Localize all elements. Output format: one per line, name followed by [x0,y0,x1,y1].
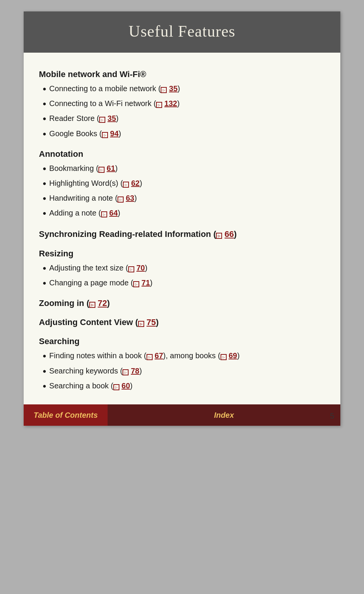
page-link-60[interactable]: 60 [122,380,130,391]
page: Useful Features Mobile network and Wi-Fi… [24,11,340,426]
section-title-resizing: Resizing [39,249,325,259]
link-icon[interactable] [147,354,153,360]
list-item: Finding notes within a book ( 67), among… [43,350,325,362]
link-icon[interactable] [156,102,162,108]
page-link-71[interactable]: 71 [142,277,150,288]
page-link-66[interactable]: 66 [225,229,234,240]
page-link-70[interactable]: 70 [136,262,145,273]
link-icon[interactable] [122,369,129,375]
section-searching: Searching Finding notes within a book ( … [39,336,325,392]
list-item: Highlighting Word(s) ( 62) [43,178,325,190]
section-adjusting-content: Adjusting Content View ( 75) [39,317,325,327]
list-item: Reader Store ( 35) [43,113,325,125]
table-of-contents-button[interactable]: Table of Contents [24,404,108,426]
page-link-61[interactable]: 61 [107,163,115,174]
link-icon[interactable] [161,87,167,93]
section-zooming: Zooming in ( 72) [39,298,325,308]
link-icon[interactable] [113,384,119,390]
list-item: Google Books ( 94) [43,128,325,140]
page-link-94[interactable]: 94 [110,128,119,139]
page-link-63[interactable]: 63 [126,193,134,203]
page-link-78[interactable]: 78 [131,365,139,376]
section-synchronizing: Synchronizing Reading-related Informatio… [39,229,325,240]
link-icon[interactable] [102,132,108,138]
page-link-35a[interactable]: 35 [169,83,177,94]
index-label: Index [214,411,234,420]
toc-label: Table of Contents [34,411,98,420]
link-icon[interactable] [99,117,105,123]
section-title-mobile: Mobile network and Wi-Fi® [39,69,325,79]
link-icon[interactable] [138,321,144,327]
list-item: Searching a book ( 60) [43,380,325,392]
section-mobile-network: Mobile network and Wi-Fi® Connecting to … [39,69,325,140]
page-link-72[interactable]: 72 [98,298,107,308]
list-item: Adding a note ( 64) [43,208,325,219]
page-link-132[interactable]: 132 [164,98,177,109]
link-icon[interactable] [123,182,129,188]
section-resizing: Resizing Adjusting the text size ( 70) C… [39,249,325,289]
resizing-list: Adjusting the text size ( 70) Changing a… [43,262,325,289]
list-item: Bookmarking ( 61) [43,163,325,175]
page-number: 5 [330,412,334,420]
page-link-69[interactable]: 69 [229,350,237,361]
index-button[interactable]: Index [108,404,340,426]
page-link-62[interactable]: 62 [131,178,140,188]
link-icon[interactable] [133,281,139,287]
mobile-network-list: Connecting to a mobile network ( 35) Con… [43,83,325,140]
section-title-synchronizing: Synchronizing Reading-related Informatio… [39,229,325,240]
content-area: Mobile network and Wi-Fi® Connecting to … [24,53,340,426]
list-item: Connecting to a Wi-Fi network ( 132) [43,98,325,110]
list-item: Searching keywords ( 78) [43,365,325,377]
link-icon[interactable] [221,354,227,360]
link-icon[interactable] [118,196,124,203]
section-annotation: Annotation Bookmarking ( 61) Highlightin… [39,149,325,220]
page-link-35b[interactable]: 35 [108,113,116,124]
list-item: Connecting to a mobile network ( 35) [43,83,325,95]
list-item: Changing a page mode ( 71) [43,277,325,289]
searching-list: Finding notes within a book ( 67), among… [43,350,325,392]
link-icon[interactable] [216,233,222,239]
list-item: Adjusting the text size ( 70) [43,262,325,274]
link-icon[interactable] [98,167,105,173]
page-header: Useful Features [24,11,340,53]
section-title-zooming: Zooming in ( 72) [39,298,325,308]
page-link-67[interactable]: 67 [155,350,163,361]
footer-bar: Table of Contents Index [24,404,340,426]
section-title-adjusting-content: Adjusting Content View ( 75) [39,317,325,327]
page-link-64[interactable]: 64 [109,208,118,218]
link-icon[interactable] [101,211,107,217]
link-icon[interactable] [89,302,95,308]
page-link-75[interactable]: 75 [147,317,156,327]
section-title-searching: Searching [39,336,325,346]
annotation-list: Bookmarking ( 61) Highlighting Word(s) (… [43,163,325,220]
page-title: Useful Features [129,23,235,40]
section-title-annotation: Annotation [39,149,325,159]
link-icon[interactable] [128,266,134,272]
list-item: Handwriting a note ( 63) [43,193,325,204]
